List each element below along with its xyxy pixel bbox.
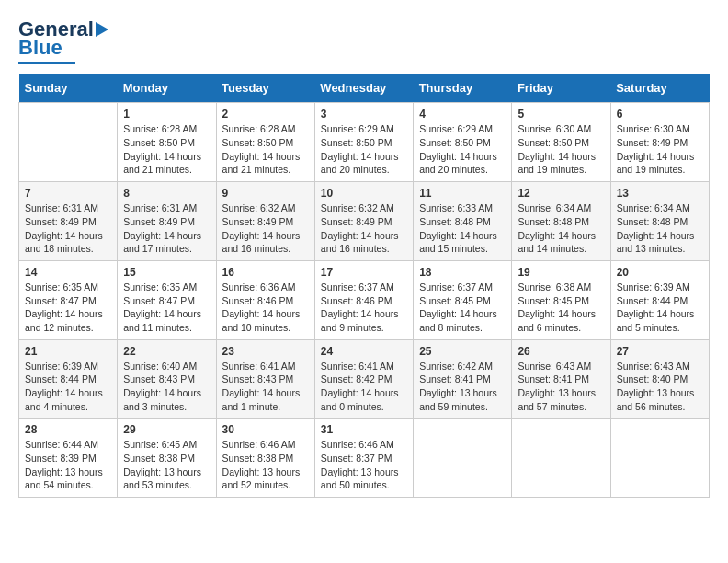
day-number: 26 — [518, 345, 604, 358]
day-info: Sunrise: 6:41 AM Sunset: 8:43 PM Dayligh… — [222, 360, 309, 414]
day-info: Sunrise: 6:44 AM Sunset: 8:39 PM Dayligh… — [25, 438, 111, 492]
calendar-cell: 11Sunrise: 6:33 AM Sunset: 8:48 PM Dayli… — [414, 182, 512, 261]
day-info: Sunrise: 6:41 AM Sunset: 8:42 PM Dayligh… — [321, 360, 407, 414]
col-header-monday: Monday — [118, 74, 216, 103]
day-info: Sunrise: 6:37 AM Sunset: 8:46 PM Dayligh… — [321, 281, 407, 335]
calendar-table: SundayMondayTuesdayWednesdayThursdayFrid… — [18, 74, 710, 498]
calendar-cell: 14Sunrise: 6:35 AM Sunset: 8:47 PM Dayli… — [19, 260, 118, 339]
calendar-cell: 9Sunrise: 6:32 AM Sunset: 8:49 PM Daylig… — [216, 182, 314, 261]
day-info: Sunrise: 6:34 AM Sunset: 8:48 PM Dayligh… — [518, 201, 604, 256]
calendar-cell: 17Sunrise: 6:37 AM Sunset: 8:46 PM Dayli… — [314, 260, 413, 339]
day-number: 22 — [123, 345, 210, 358]
day-info: Sunrise: 6:32 AM Sunset: 8:49 PM Dayligh… — [321, 201, 407, 256]
calendar-cell: 26Sunrise: 6:43 AM Sunset: 8:41 PM Dayli… — [512, 339, 610, 419]
col-header-saturday: Saturday — [610, 74, 709, 103]
day-number: 19 — [518, 266, 604, 279]
day-number: 2 — [222, 108, 309, 121]
logo-underline — [18, 62, 75, 64]
day-info: Sunrise: 6:42 AM Sunset: 8:41 PM Dayligh… — [419, 360, 506, 414]
day-info: Sunrise: 6:30 AM Sunset: 8:49 PM Dayligh… — [617, 122, 703, 177]
calendar-cell: 18Sunrise: 6:37 AM Sunset: 8:45 PM Dayli… — [414, 260, 512, 339]
calendar-cell: 16Sunrise: 6:36 AM Sunset: 8:46 PM Dayli… — [216, 260, 314, 339]
svg-marker-0 — [96, 22, 108, 37]
calendar-cell: 21Sunrise: 6:39 AM Sunset: 8:44 PM Dayli… — [19, 339, 118, 419]
day-number: 30 — [222, 423, 309, 436]
day-number: 25 — [419, 345, 506, 358]
day-info: Sunrise: 6:30 AM Sunset: 8:50 PM Dayligh… — [518, 122, 604, 177]
day-number: 17 — [321, 266, 407, 279]
calendar-cell: 15Sunrise: 6:35 AM Sunset: 8:47 PM Dayli… — [118, 260, 216, 339]
calendar-cell — [19, 103, 118, 182]
day-number: 12 — [518, 187, 604, 200]
day-number: 28 — [25, 423, 111, 436]
day-info: Sunrise: 6:37 AM Sunset: 8:45 PM Dayligh… — [419, 281, 506, 335]
day-number: 5 — [518, 108, 604, 121]
day-info: Sunrise: 6:29 AM Sunset: 8:50 PM Dayligh… — [419, 122, 506, 177]
calendar-cell: 29Sunrise: 6:45 AM Sunset: 8:38 PM Dayli… — [118, 419, 216, 498]
calendar-cell: 10Sunrise: 6:32 AM Sunset: 8:49 PM Dayli… — [314, 182, 413, 261]
logo-blue: Blue — [18, 37, 63, 59]
week-row-5: 28Sunrise: 6:44 AM Sunset: 8:39 PM Dayli… — [19, 419, 710, 498]
day-info: Sunrise: 6:35 AM Sunset: 8:47 PM Dayligh… — [25, 281, 111, 335]
header-row: SundayMondayTuesdayWednesdayThursdayFrid… — [19, 74, 710, 103]
calendar-cell: 5Sunrise: 6:30 AM Sunset: 8:50 PM Daylig… — [512, 103, 610, 182]
day-info: Sunrise: 6:29 AM Sunset: 8:50 PM Dayligh… — [321, 122, 407, 177]
day-info: Sunrise: 6:28 AM Sunset: 8:50 PM Dayligh… — [222, 122, 309, 177]
col-header-sunday: Sunday — [19, 74, 118, 103]
day-number: 24 — [321, 345, 407, 358]
calendar-cell: 19Sunrise: 6:38 AM Sunset: 8:45 PM Dayli… — [512, 260, 610, 339]
day-info: Sunrise: 6:31 AM Sunset: 8:49 PM Dayligh… — [123, 201, 210, 256]
logo: General Blue — [18, 18, 116, 64]
week-row-1: 1Sunrise: 6:28 AM Sunset: 8:50 PM Daylig… — [19, 103, 710, 182]
calendar-cell: 4Sunrise: 6:29 AM Sunset: 8:50 PM Daylig… — [414, 103, 512, 182]
day-number: 14 — [25, 266, 111, 279]
day-info: Sunrise: 6:39 AM Sunset: 8:44 PM Dayligh… — [617, 281, 703, 335]
day-info: Sunrise: 6:45 AM Sunset: 8:38 PM Dayligh… — [123, 438, 210, 492]
day-info: Sunrise: 6:31 AM Sunset: 8:49 PM Dayligh… — [25, 201, 111, 256]
week-row-3: 14Sunrise: 6:35 AM Sunset: 8:47 PM Dayli… — [19, 260, 710, 339]
calendar-cell: 2Sunrise: 6:28 AM Sunset: 8:50 PM Daylig… — [216, 103, 314, 182]
day-info: Sunrise: 6:35 AM Sunset: 8:47 PM Dayligh… — [123, 281, 210, 335]
calendar-cell: 31Sunrise: 6:46 AM Sunset: 8:37 PM Dayli… — [314, 419, 413, 498]
col-header-wednesday: Wednesday — [314, 74, 413, 103]
calendar-cell: 27Sunrise: 6:43 AM Sunset: 8:40 PM Dayli… — [610, 339, 709, 419]
calendar-cell: 28Sunrise: 6:44 AM Sunset: 8:39 PM Dayli… — [19, 419, 118, 498]
day-number: 11 — [419, 187, 506, 200]
day-info: Sunrise: 6:34 AM Sunset: 8:48 PM Dayligh… — [617, 201, 703, 256]
calendar-cell: 7Sunrise: 6:31 AM Sunset: 8:49 PM Daylig… — [19, 182, 118, 261]
day-number: 29 — [123, 423, 210, 436]
calendar-cell: 24Sunrise: 6:41 AM Sunset: 8:42 PM Dayli… — [314, 339, 413, 419]
calendar-cell: 13Sunrise: 6:34 AM Sunset: 8:48 PM Dayli… — [610, 182, 709, 261]
col-header-tuesday: Tuesday — [216, 74, 314, 103]
day-number: 1 — [123, 108, 210, 121]
day-number: 15 — [123, 266, 210, 279]
calendar-cell: 3Sunrise: 6:29 AM Sunset: 8:50 PM Daylig… — [314, 103, 413, 182]
day-number: 8 — [123, 187, 210, 200]
calendar-cell: 1Sunrise: 6:28 AM Sunset: 8:50 PM Daylig… — [118, 103, 216, 182]
header: General Blue — [18, 18, 710, 64]
calendar-cell — [414, 419, 512, 498]
day-info: Sunrise: 6:43 AM Sunset: 8:40 PM Dayligh… — [617, 360, 703, 414]
day-number: 3 — [321, 108, 407, 121]
calendar-cell — [512, 419, 610, 498]
day-info: Sunrise: 6:46 AM Sunset: 8:37 PM Dayligh… — [321, 438, 407, 492]
calendar-cell: 22Sunrise: 6:40 AM Sunset: 8:43 PM Dayli… — [118, 339, 216, 419]
day-number: 6 — [617, 108, 703, 121]
day-number: 18 — [419, 266, 506, 279]
day-number: 31 — [321, 423, 407, 436]
calendar-cell: 8Sunrise: 6:31 AM Sunset: 8:49 PM Daylig… — [118, 182, 216, 261]
day-info: Sunrise: 6:40 AM Sunset: 8:43 PM Dayligh… — [123, 360, 210, 414]
day-info: Sunrise: 6:43 AM Sunset: 8:41 PM Dayligh… — [518, 360, 604, 414]
col-header-thursday: Thursday — [414, 74, 512, 103]
calendar-cell: 23Sunrise: 6:41 AM Sunset: 8:43 PM Dayli… — [216, 339, 314, 419]
day-info: Sunrise: 6:39 AM Sunset: 8:44 PM Dayligh… — [25, 360, 111, 414]
day-info: Sunrise: 6:36 AM Sunset: 8:46 PM Dayligh… — [222, 281, 309, 335]
day-info: Sunrise: 6:46 AM Sunset: 8:38 PM Dayligh… — [222, 438, 309, 492]
day-number: 23 — [222, 345, 309, 358]
day-info: Sunrise: 6:33 AM Sunset: 8:48 PM Dayligh… — [419, 201, 506, 256]
col-header-friday: Friday — [512, 74, 610, 103]
calendar-cell: 25Sunrise: 6:42 AM Sunset: 8:41 PM Dayli… — [414, 339, 512, 419]
calendar-cell — [610, 419, 709, 498]
week-row-2: 7Sunrise: 6:31 AM Sunset: 8:49 PM Daylig… — [19, 182, 710, 261]
calendar-cell: 6Sunrise: 6:30 AM Sunset: 8:49 PM Daylig… — [610, 103, 709, 182]
